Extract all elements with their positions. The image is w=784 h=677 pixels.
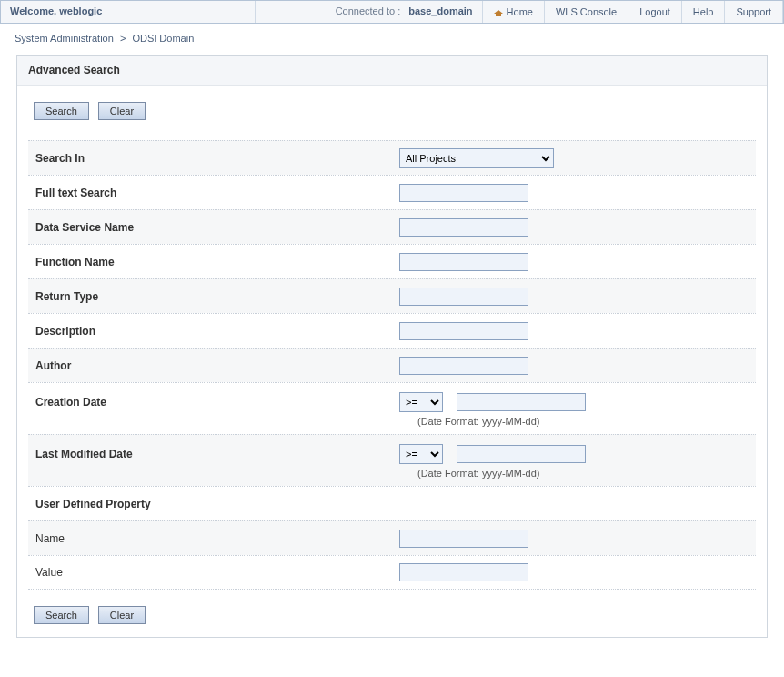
input-creation-date[interactable] (457, 393, 586, 411)
nav-wls-console[interactable]: WLS Console (545, 1, 628, 23)
input-description[interactable] (399, 322, 528, 340)
input-udp-value[interactable] (399, 563, 528, 581)
label-creation-date: Creation Date (35, 392, 399, 409)
nav-support[interactable]: Support (725, 1, 783, 23)
label-ds-name: Data Service Name (35, 221, 399, 234)
row-creation-date: Creation Date >= (Date Format: yyyy-MM-d… (28, 382, 756, 434)
input-return-type[interactable] (399, 288, 528, 306)
label-fn-name: Function Name (35, 256, 399, 268)
welcome-prefix: Welcome, (10, 5, 59, 16)
row-return-type: Return Type (28, 278, 756, 313)
home-icon (494, 7, 503, 16)
breadcrumb-sep: > (120, 33, 126, 44)
connected-label: Connected to : (336, 5, 401, 16)
row-author: Author (28, 348, 756, 382)
breadcrumb: System Administration > ODSI Domain (0, 24, 784, 55)
label-udp-name: Name (35, 532, 399, 545)
search-button-bottom[interactable]: Search (34, 606, 89, 624)
nav-links: Home WLS Console Logout Help Support (483, 1, 783, 23)
label-search-in: Search In (35, 152, 399, 165)
welcome-text: Welcome, weblogic (1, 1, 256, 23)
label-udp: User Defined Property (35, 498, 399, 510)
input-author[interactable] (399, 357, 528, 375)
row-search-in: Search In All Projects (28, 140, 756, 175)
label-udp-value: Value (35, 566, 399, 579)
row-udp-header: User Defined Property (28, 486, 756, 520)
nav-home[interactable]: Home (483, 1, 545, 23)
row-fn-name: Function Name (28, 244, 756, 278)
input-udp-name[interactable] (399, 530, 528, 548)
row-udp-name: Name (28, 520, 756, 555)
clear-button[interactable]: Clear (98, 102, 146, 120)
nav-logout[interactable]: Logout (628, 1, 682, 23)
input-modified-date[interactable] (457, 445, 586, 463)
advanced-search-panel: Advanced Search Search Clear Search In A… (16, 55, 768, 638)
input-fn-name[interactable] (399, 253, 528, 271)
row-full-text: Full text Search (28, 175, 756, 209)
panel-body: Search Clear Search In All Projects Full… (17, 86, 767, 637)
input-full-text[interactable] (399, 184, 528, 202)
panel-title: Advanced Search (17, 56, 767, 86)
connected-domain: base_domain (408, 5, 472, 16)
label-return-type: Return Type (35, 290, 399, 303)
select-creation-op[interactable]: >= (399, 392, 443, 412)
input-ds-name[interactable] (399, 218, 528, 237)
nav-help[interactable]: Help (682, 1, 726, 23)
hint-modified-date: (Date Format: yyyy-MM-dd) (417, 468, 749, 479)
nav-home-label: Home (507, 6, 533, 17)
label-full-text: Full text Search (35, 187, 399, 199)
row-description: Description (28, 313, 756, 348)
hint-creation-date: (Date Format: yyyy-MM-dd) (417, 416, 749, 427)
breadcrumb-parent[interactable]: System Administration (15, 33, 114, 44)
row-modified-date: Last Modified Date >= (Date Format: yyyy… (28, 434, 756, 486)
top-bar: Welcome, weblogic Connected to : base_do… (0, 0, 784, 24)
row-udp-value: Value (28, 555, 756, 590)
clear-button-bottom[interactable]: Clear (98, 606, 146, 624)
search-button[interactable]: Search (34, 102, 89, 120)
search-form: Search In All Projects Full text Search … (28, 140, 756, 590)
connected-to: Connected to : base_domain (256, 1, 483, 23)
label-description: Description (35, 325, 399, 338)
label-author: Author (35, 359, 399, 372)
label-modified-date: Last Modified Date (35, 444, 399, 460)
select-modified-op[interactable]: >= (399, 444, 443, 464)
username: weblogic (59, 5, 102, 16)
select-search-in[interactable]: All Projects (399, 148, 554, 168)
breadcrumb-current: ODSI Domain (132, 33, 194, 44)
button-row-top: Search Clear (34, 102, 756, 120)
button-row-bottom: Search Clear (34, 606, 756, 624)
row-ds-name: Data Service Name (28, 209, 756, 244)
